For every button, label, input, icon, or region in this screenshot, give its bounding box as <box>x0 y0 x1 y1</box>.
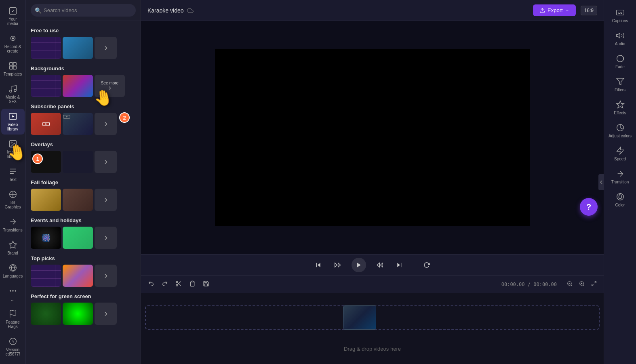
panel-content: Free to use Backgrounds See more Subscri… <box>26 21 141 364</box>
refresh-button[interactable] <box>421 259 432 271</box>
svg-rect-6 <box>13 66 16 69</box>
collapse-icon <box>600 180 603 185</box>
video-thumb-holiday-1[interactable]: 🎆 <box>31 227 61 249</box>
sidebar-item-transitions[interactable]: Transitions <box>1 214 25 236</box>
video-thumb-sub-2[interactable] <box>63 113 93 135</box>
svg-line-42 <box>594 282 596 283</box>
total-time: 00:00.00 <box>533 282 557 287</box>
video-thumb-bg-2[interactable] <box>63 75 93 97</box>
fast-forward-button[interactable] <box>374 259 385 271</box>
video-thumb-sub-1[interactable] <box>31 113 61 135</box>
svg-point-15 <box>9 290 11 292</box>
right-tool-label-audio: Audio <box>615 42 625 46</box>
video-thumb-foliage-1[interactable] <box>31 189 61 211</box>
export-label: Export <box>548 7 563 13</box>
preview-area <box>141 21 604 254</box>
preview-canvas <box>215 49 530 226</box>
sidebar-label-templates: Templates <box>4 72 22 76</box>
main-area: Karaoke video Export 16:9 <box>141 0 604 364</box>
section-title-overlays: Overlays <box>31 141 136 147</box>
expand-icon <box>591 281 597 286</box>
see-more-arrow-free-to-use[interactable] <box>95 37 117 59</box>
svg-point-30 <box>176 281 178 283</box>
video-thumb-overlay-2[interactable] <box>63 151 93 173</box>
collapse-right-sidebar[interactable] <box>598 174 604 190</box>
timeline-clip-thumbnail <box>343 306 376 329</box>
right-tool-adjust-colors[interactable]: Adjust colors <box>606 120 634 141</box>
sidebar-item-video-library[interactable]: Video library <box>1 109 25 135</box>
zoom-in-button[interactable] <box>577 279 587 290</box>
see-more-arrow-green-screen[interactable] <box>95 303 117 325</box>
svg-point-16 <box>12 290 14 292</box>
see-more-arrow-subscribe[interactable] <box>95 113 117 135</box>
see-more-backgrounds[interactable]: See more <box>95 75 125 97</box>
fullscreen-button[interactable] <box>589 279 599 290</box>
svg-marker-45 <box>616 33 619 38</box>
svg-point-8 <box>14 89 16 92</box>
sidebar-item-brand[interactable]: Brand <box>1 237 25 259</box>
section-title-events-holidays: Events and holidays <box>31 217 136 223</box>
svg-marker-27 <box>357 263 360 267</box>
sidebar-label-graphics: 88 Graphics <box>3 200 23 209</box>
svg-line-33 <box>179 284 181 286</box>
export-button[interactable]: Export <box>533 4 576 16</box>
play-button[interactable] <box>352 258 366 272</box>
delete-button[interactable] <box>187 278 198 290</box>
video-thumb-bg-1[interactable] <box>31 75 61 97</box>
rewind-button[interactable] <box>332 259 343 271</box>
video-thumb-green-1[interactable] <box>31 303 61 325</box>
right-tool-filters[interactable]: Filters <box>606 74 634 95</box>
sidebar-item-your-media[interactable]: Your media <box>1 3 25 29</box>
search-input[interactable] <box>31 4 136 17</box>
sidebar-item-feature-flags[interactable]: Feature Flags <box>1 306 25 332</box>
sidebar-item-more[interactable]: ... <box>1 283 25 305</box>
sidebar-item-version[interactable]: Version cd5677f <box>1 334 25 360</box>
skip-to-end-button[interactable] <box>394 259 405 271</box>
right-tool-fade[interactable]: Fade <box>606 51 634 72</box>
see-more-arrow-overlays[interactable] <box>95 151 117 173</box>
right-tool-speed[interactable]: Speed <box>606 143 634 164</box>
cut-button[interactable] <box>173 278 184 290</box>
skip-start-icon <box>315 262 322 268</box>
undo-button[interactable] <box>146 278 156 290</box>
left-panel: 🔍 Free to use Backgrounds See more Subsc… <box>26 0 141 364</box>
video-grid-subscribe-panels <box>31 113 136 135</box>
sidebar-item-text[interactable]: Text <box>1 164 25 185</box>
sidebar-item-image-library[interactable]: Image library <box>1 136 25 162</box>
video-thumb[interactable] <box>31 37 61 59</box>
sidebar-item-graphics[interactable]: 88 Graphics <box>1 187 25 213</box>
right-tool-transition[interactable]: Transition <box>606 166 634 187</box>
fade-icon <box>616 54 625 63</box>
see-more-arrow-holidays[interactable] <box>95 227 117 249</box>
timeline-clip[interactable] <box>343 305 376 330</box>
skip-to-start-button[interactable] <box>313 259 324 271</box>
sidebar-item-templates[interactable]: Templates <box>1 58 25 80</box>
video-thumb-pick-2[interactable] <box>63 265 93 287</box>
sidebar-item-music-sfx[interactable]: Music & SFX <box>1 81 25 107</box>
sidebar-label-image-library: Image library <box>3 150 23 159</box>
timeline-area: 00:00.00 / 00:00.00 <box>141 275 604 364</box>
zoom-out-button[interactable] <box>565 279 575 290</box>
project-title: Karaoke video <box>147 7 184 14</box>
save-button[interactable] <box>201 278 211 290</box>
filters-icon <box>616 77 625 86</box>
rewind-icon <box>335 262 341 268</box>
see-more-arrow-top-picks[interactable] <box>95 265 117 287</box>
svg-line-36 <box>571 285 572 286</box>
video-thumb[interactable] <box>63 37 93 59</box>
zoom-out-icon <box>567 281 573 286</box>
video-thumb-foliage-2[interactable] <box>63 189 93 211</box>
transition-icon <box>616 169 625 178</box>
right-tool-captions[interactable]: Captions <box>606 5 634 26</box>
right-tool-color[interactable]: Color <box>606 189 634 210</box>
redo-button[interactable] <box>160 278 170 290</box>
video-thumb-holiday-2[interactable] <box>63 227 93 249</box>
sidebar-item-languages[interactable]: Languages <box>1 260 25 282</box>
sidebar-item-record-create[interactable]: Record & create <box>1 31 25 57</box>
see-more-arrow-foliage[interactable] <box>95 189 117 211</box>
right-tool-audio[interactable]: Audio <box>606 28 634 49</box>
video-thumb-overlay-1[interactable] <box>31 151 61 173</box>
video-thumb-pick-1[interactable] <box>31 265 61 287</box>
right-tool-effects[interactable]: Effects <box>606 97 634 118</box>
video-thumb-green-2[interactable] <box>63 303 93 325</box>
